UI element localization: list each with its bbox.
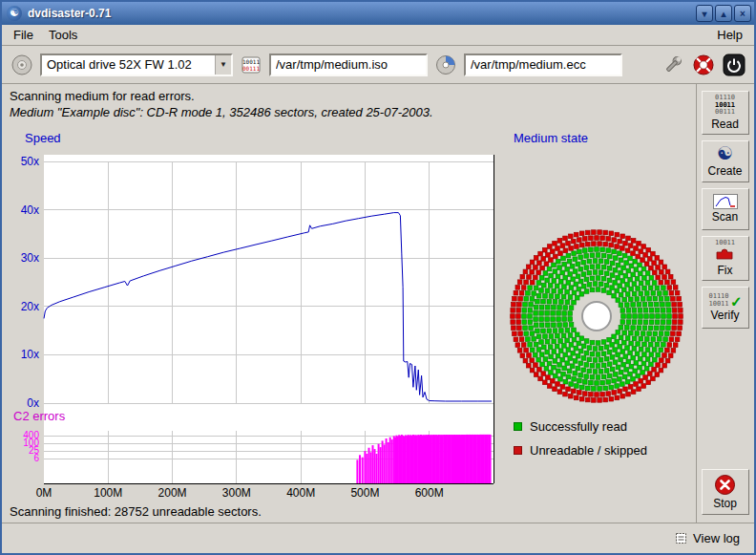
yin-yang-icon: ☯ (717, 144, 733, 163)
read-button[interactable]: 01110 10011 00111 Read (702, 91, 749, 135)
scan-info-line2: Medium "Example disc": CD-R mode 1, 3524… (10, 105, 688, 119)
svg-text:50x: 50x (21, 155, 39, 168)
svg-text:400: 400 (23, 430, 39, 440)
c2-errors-label: C2 errors (13, 409, 65, 423)
verify-button-label: Verify (710, 309, 739, 322)
create-button[interactable]: ☯ Create (702, 140, 749, 182)
menubar: File Tools Help (2, 25, 754, 46)
svg-text:20x: 20x (21, 300, 39, 313)
menu-help[interactable]: Help (709, 26, 750, 44)
minimize-button[interactable]: ▾ (696, 5, 713, 22)
legend-successfully-read: Successfully read (514, 419, 627, 434)
action-sidebar: 01110 10011 00111 Read ☯ Create Scan 100… (696, 84, 753, 523)
titlebar: ☯ dvdisaster-0.71 ▾ ▴ × (2, 2, 754, 25)
drive-icon (10, 53, 34, 77)
svg-text:300M: 300M (222, 486, 251, 500)
stop-x-icon (714, 474, 736, 496)
legend-label-successful: Successfully read (530, 419, 627, 434)
scan-charts: 0x10x20x30x40x50x6251004000M100M200M300M… (2, 126, 696, 502)
app-icon: ☯ (7, 6, 22, 21)
drive-selector[interactable]: Optical drive 52X FW 1.02 ▼ (40, 53, 233, 76)
check-icon: ✓ (730, 293, 743, 310)
window-title: dvdisaster-0.71 (24, 7, 694, 20)
svg-text:10011: 10011 (242, 58, 260, 65)
close-button[interactable]: × (734, 5, 751, 22)
stop-button-label: Stop (713, 497, 737, 510)
bottom-bar: View log (2, 523, 754, 553)
verify-button[interactable]: 01110 10011 ✓ Verify (702, 287, 749, 329)
menu-tools[interactable]: Tools (41, 26, 85, 44)
binary-read-icon: 01110 10011 00111 (715, 95, 735, 117)
app-icon-glyph: ☯ (10, 7, 19, 18)
create-button-label: Create (707, 164, 742, 178)
close-icon: × (740, 9, 746, 19)
fix-button[interactable]: 10011 Fix (702, 236, 749, 282)
maximize-icon: ▴ (721, 9, 725, 19)
legend-swatch-green (514, 422, 522, 431)
medium-state-label: Medium state (514, 131, 588, 145)
svg-text:00111: 00111 (242, 65, 260, 72)
legend-label-unreadable: Unreadable / skipped (530, 443, 647, 458)
chevron-down-icon[interactable]: ▼ (215, 55, 231, 75)
fix-button-label: Fix (718, 264, 733, 277)
svg-text:0M: 0M (36, 486, 52, 500)
maximize-button[interactable]: ▴ (715, 5, 732, 22)
dvdisaster-window: ☯ dvdisaster-0.71 ▾ ▴ × File Tools Help … (0, 0, 756, 555)
svg-text:0x: 0x (27, 396, 39, 410)
legend-unreadable: Unreadable / skipped (514, 443, 647, 458)
speed-chart-label: Speed (25, 131, 61, 145)
svg-text:100M: 100M (94, 486, 122, 500)
scan-info-line1: Scanning medium for read errors. (10, 89, 688, 103)
scan-button-label: Scan (712, 210, 738, 224)
svg-text:400M: 400M (286, 486, 315, 500)
svg-text:600M: 600M (415, 486, 444, 500)
read-button-label: Read (711, 117, 739, 131)
view-log-label: View log (693, 531, 740, 545)
svg-text:40x: 40x (21, 203, 39, 217)
preferences-wrench-button[interactable] (661, 53, 685, 77)
svg-text:500M: 500M (350, 486, 379, 500)
mini-chart-icon (713, 194, 738, 209)
menu-file[interactable]: File (6, 26, 41, 44)
ecc-file-icon (433, 53, 458, 77)
scan-button[interactable]: Scan (702, 188, 749, 230)
svg-text:200M: 200M (158, 486, 187, 500)
svg-text:30x: 30x (21, 251, 39, 265)
drive-selector-value: Optical drive 52X FW 1.02 (42, 55, 215, 75)
minimize-icon: ▾ (702, 9, 706, 19)
puzzle-icon: 10011 (715, 240, 735, 264)
binary-check-icon: 01110 10011 ✓ (708, 293, 741, 308)
lifebuoy-logo-button[interactable] (691, 53, 716, 77)
view-log-button[interactable]: View log (668, 528, 746, 548)
scan-panel: Scanning medium for read errors. Medium … (2, 84, 696, 523)
scan-info: Scanning medium for read errors. Medium … (2, 84, 696, 126)
image-file-icon: 1001100111 (239, 53, 263, 77)
stop-button[interactable]: Stop (702, 469, 749, 515)
legend-swatch-red (514, 446, 522, 455)
svg-text:10x: 10x (21, 348, 39, 361)
ecc-file-input[interactable] (464, 53, 622, 76)
status-text: Scanning finished: 28752 unreadable sect… (2, 502, 696, 523)
toolbar: Optical drive 52X FW 1.02 ▼ 1001100111 (2, 46, 754, 84)
quit-power-button[interactable] (722, 53, 746, 77)
log-icon (675, 532, 687, 544)
image-file-input[interactable] (269, 53, 428, 76)
content-area: Scanning medium for read errors. Medium … (2, 84, 754, 523)
